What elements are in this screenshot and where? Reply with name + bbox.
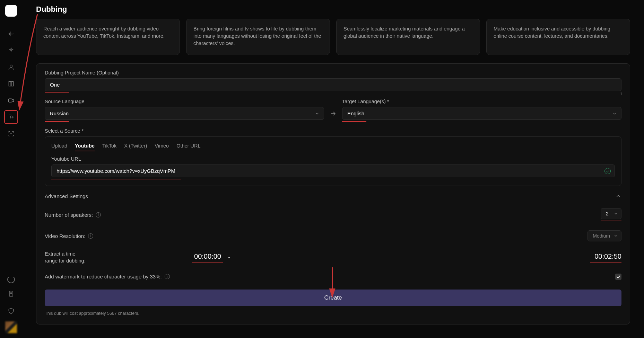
chevron-down-icon <box>613 211 618 216</box>
highlight-underline <box>45 92 69 93</box>
time-dash: - <box>228 254 230 261</box>
svg-point-0 <box>10 65 12 67</box>
logo <box>5 5 17 17</box>
resolution-select[interactable]: Medium <box>588 230 621 241</box>
chevron-down-icon <box>315 111 320 116</box>
highlight-underline <box>192 262 223 263</box>
nav-sparkle-icon[interactable] <box>4 44 18 57</box>
tab-upload[interactable]: Upload <box>51 143 67 151</box>
main-content: Dubbing Reach a wider audience overnight… <box>22 0 644 338</box>
highlight-underline <box>342 121 366 122</box>
source-label: Select a Source * <box>45 128 621 134</box>
info-card: Bring foreign films and tv shows to life… <box>186 19 330 55</box>
nav-docs-icon[interactable] <box>4 287 18 301</box>
target-language-label: Target Language(s) * <box>342 99 621 104</box>
url-label: Youtube URL <box>51 156 615 162</box>
source-language-select[interactable]: Russian <box>45 107 324 120</box>
chevron-down-icon <box>613 233 618 238</box>
time-range-label: Extract a time range for dubbing: <box>45 250 86 265</box>
svg-rect-2 <box>9 291 13 296</box>
svg-rect-1 <box>8 99 12 102</box>
page-title: Dubbing <box>36 5 630 14</box>
highlight-underline <box>601 221 621 221</box>
source-language-label: Source Language <box>45 99 324 104</box>
info-icon[interactable]: i <box>88 233 93 239</box>
card-desc: Seamlessly localize marketing materials … <box>343 25 473 40</box>
nav-dubbing-icon[interactable] <box>4 110 18 124</box>
project-name-label: Dubbing Project Name (Optional) <box>45 70 621 75</box>
resolution-label: Video Resolution: <box>45 233 85 239</box>
source-language-value: Russian <box>50 110 69 116</box>
project-name-input[interactable]: One <box>45 78 621 91</box>
dubbing-form: Dubbing Project Name (Optional) One Sour… <box>36 63 630 324</box>
watermark-checkbox[interactable] <box>615 274 621 280</box>
tab-x[interactable]: X (Twitter) <box>124 143 147 151</box>
nav-book-icon[interactable] <box>4 77 18 91</box>
sidebar <box>0 0 22 338</box>
chevron-down-icon <box>612 111 617 116</box>
tab-vimeo[interactable]: Vimeo <box>155 143 169 151</box>
nav-voices-icon[interactable] <box>4 27 18 41</box>
nav-video-icon[interactable] <box>4 94 18 107</box>
youtube-url-input[interactable]: https://www.youtube.com/watch?v=xUyGBzqV… <box>51 164 615 177</box>
nav-scan-icon[interactable] <box>4 127 18 141</box>
info-card: Reach a wider audience overnight by dubb… <box>36 19 180 55</box>
check-valid-icon <box>604 168 611 174</box>
info-card: Seamlessly localize marketing materials … <box>336 19 480 55</box>
arrow-right-icon <box>330 110 337 122</box>
tab-other[interactable]: Other URL <box>176 143 200 151</box>
create-button[interactable]: Create <box>45 290 621 306</box>
speakers-value: 2 <box>606 211 609 216</box>
loader-icon <box>7 276 15 283</box>
card-desc: Bring foreign films and tv shows to life… <box>193 25 323 47</box>
tab-youtube[interactable]: Youtube <box>75 143 95 151</box>
card-desc: Reach a wider audience overnight by dubb… <box>43 25 173 40</box>
target-language-select[interactable]: English <box>342 107 621 120</box>
info-card: Make education inclusive and accessible … <box>486 19 630 55</box>
avatar[interactable] <box>5 321 17 333</box>
highlight-underline <box>45 121 69 122</box>
highlight-underline <box>590 262 621 263</box>
target-language-value: English <box>347 110 364 116</box>
cost-footnote: This dub will cost approximately 5667 ch… <box>45 311 621 316</box>
tab-tiktok[interactable]: TikTok <box>102 143 116 151</box>
info-icon[interactable]: i <box>165 274 170 279</box>
advanced-settings-label[interactable]: Advanced Settings <box>45 193 88 199</box>
speakers-label: Number of speakers: <box>45 212 93 218</box>
highlight-underline <box>51 179 181 179</box>
time-start-input[interactable]: 00:00:00 <box>192 252 223 260</box>
info-icon[interactable]: i <box>96 212 101 217</box>
speakers-select[interactable]: 2 <box>601 208 621 219</box>
time-end-input[interactable]: 00:02:50 <box>590 252 621 260</box>
chevron-up-icon[interactable] <box>615 193 621 199</box>
source-tabs: Upload Youtube TikTok X (Twitter) Vimeo … <box>51 143 615 151</box>
target-count-badge: 1 <box>620 92 622 96</box>
info-cards-row: Reach a wider audience overnight by dubb… <box>36 19 630 55</box>
card-desc: Make education inclusive and accessible … <box>494 25 623 40</box>
nav-shield-icon[interactable] <box>4 304 18 318</box>
nav-user-icon[interactable] <box>4 60 18 74</box>
resolution-value: Medium <box>593 233 610 239</box>
watermark-label: Add watermark to reduce character usage … <box>45 274 162 279</box>
